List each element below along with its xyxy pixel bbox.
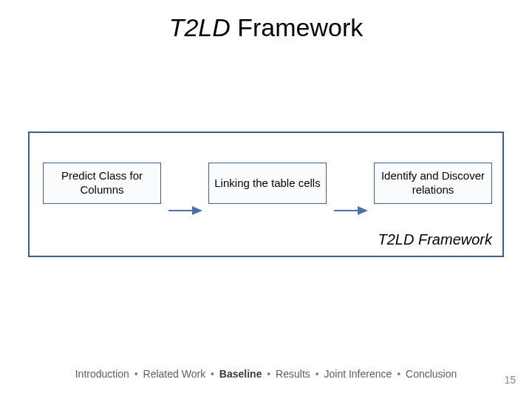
stage-label: Linking the table cells xyxy=(214,177,320,191)
breadcrumb-item: Conclusion xyxy=(406,368,457,380)
breadcrumb-item: Introduction xyxy=(75,368,129,380)
framework-container: Predict Class for Columns Linking the ta… xyxy=(28,132,504,257)
breadcrumb-separator: • xyxy=(264,368,273,380)
breadcrumb-separator: • xyxy=(208,368,217,380)
stage-box-2: Linking the table cells xyxy=(208,163,327,204)
stage-label: Predict Class for Columns xyxy=(48,169,156,197)
breadcrumb-separator: • xyxy=(313,368,322,380)
arrow-icon xyxy=(332,203,368,218)
svg-marker-3 xyxy=(358,206,368,215)
slide-title: T2LD Framework xyxy=(0,13,532,42)
stage-label: Identify and Discover relations xyxy=(379,169,487,197)
svg-marker-1 xyxy=(192,206,202,215)
breadcrumb: Introduction • Related Work • Baseline •… xyxy=(0,368,532,380)
arrow-icon xyxy=(167,203,202,218)
stage-box-1: Predict Class for Columns xyxy=(43,163,161,204)
title-italic: T2LD xyxy=(169,13,231,41)
breadcrumb-item: Results xyxy=(276,368,310,380)
stage-row: Predict Class for Columns Linking the ta… xyxy=(30,163,502,207)
breadcrumb-item: Joint Inference xyxy=(324,368,392,380)
stage-box-3: Identify and Discover relations xyxy=(374,163,492,204)
page-number: 15 xyxy=(504,374,516,386)
breadcrumb-item: Related Work xyxy=(143,368,206,380)
title-rest: Framework xyxy=(231,13,363,41)
framework-caption: T2LD Framework xyxy=(378,231,492,248)
breadcrumb-item: Baseline xyxy=(219,368,262,380)
breadcrumb-separator: • xyxy=(132,368,141,380)
breadcrumb-separator: • xyxy=(394,368,403,380)
